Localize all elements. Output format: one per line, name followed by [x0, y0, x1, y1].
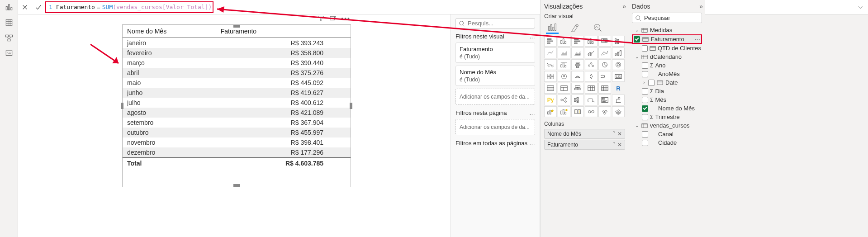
- cancel-formula-button[interactable]: [20, 2, 30, 12]
- resize-handle-left[interactable]: [121, 103, 123, 109]
- remove-field-icon[interactable]: ✕: [617, 131, 622, 137]
- field-well-faturamento[interactable]: Faturamento ˅✕: [544, 140, 625, 150]
- viz-type-20[interactable]: [571, 71, 584, 82]
- filter-card-faturamento[interactable]: Faturamento é (Tudo): [455, 43, 535, 63]
- field-dia[interactable]: ΣDia: [632, 87, 702, 95]
- checkbox[interactable]: [642, 140, 648, 146]
- more-options-icon[interactable]: •••: [341, 15, 351, 24]
- viz-type-17[interactable]: [612, 59, 625, 70]
- formula-expand-button[interactable]: [855, 2, 865, 12]
- viz-type-5[interactable]: [612, 36, 625, 47]
- checkbox[interactable]: [642, 45, 648, 52]
- viz-type-31[interactable]: [558, 95, 570, 105]
- viz-type-14[interactable]: [571, 59, 584, 70]
- viz-type-3[interactable]: [585, 36, 598, 47]
- checkbox[interactable]: [642, 97, 648, 103]
- viz-type-29[interactable]: R: [612, 83, 625, 94]
- field-trimestre[interactable]: ΣTrimestre: [632, 113, 702, 121]
- resize-handle-bottom[interactable]: [233, 184, 240, 187]
- format-visual-tab[interactable]: [569, 21, 581, 34]
- viz-type-26[interactable]: [571, 83, 584, 94]
- checkbox[interactable]: [642, 62, 648, 69]
- checkbox-checked[interactable]: [642, 105, 648, 112]
- viz-type-36[interactable]: [544, 106, 557, 117]
- field-qtd-clientes[interactable]: QTD de Clientes: [632, 44, 702, 52]
- more-icon[interactable]: …: [529, 140, 535, 147]
- viz-type-18[interactable]: [544, 71, 557, 82]
- field-anomes[interactable]: AnoMês: [632, 70, 702, 78]
- filter-icon[interactable]: [318, 15, 325, 24]
- table-dcalendario[interactable]: ⌄dCalendario: [632, 52, 702, 61]
- viz-type-30[interactable]: Py: [544, 95, 557, 105]
- viz-type-7[interactable]: [558, 47, 570, 58]
- chevron-down-icon[interactable]: ˅: [613, 142, 616, 148]
- model-view-icon[interactable]: [5, 33, 14, 43]
- filters-search[interactable]: Pesquis...: [455, 18, 535, 28]
- viz-type-21[interactable]: [585, 71, 598, 82]
- viz-type-10[interactable]: [598, 47, 611, 58]
- focus-mode-icon[interactable]: [329, 15, 337, 24]
- viz-type-15[interactable]: [585, 59, 598, 70]
- viz-type-6[interactable]: [544, 47, 557, 58]
- viz-type-2[interactable]: [571, 36, 584, 47]
- viz-type-33[interactable]: [585, 95, 598, 105]
- viz-type-41[interactable]: [612, 106, 625, 117]
- filter-card-mes[interactable]: Nome do Mês é (Tudo): [455, 66, 535, 86]
- expand-icon[interactable]: »: [622, 3, 625, 10]
- dax-view-icon[interactable]: DAX: [5, 49, 14, 58]
- more-icon[interactable]: …: [529, 33, 535, 40]
- viz-type-37[interactable]: [558, 106, 570, 117]
- viz-type-16[interactable]: [598, 59, 611, 70]
- checkbox-checked[interactable]: [634, 36, 640, 43]
- viz-type-0[interactable]: [544, 36, 557, 47]
- checkbox[interactable]: [642, 71, 648, 77]
- field-nome-mes[interactable]: Nome do Mês: [632, 104, 702, 113]
- commit-formula-button[interactable]: [33, 2, 43, 12]
- viz-type-1[interactable]: [558, 36, 570, 47]
- viz-type-8[interactable]: [571, 47, 584, 58]
- data-search[interactable]: Pesquisar: [632, 13, 702, 23]
- viz-type-25[interactable]: [558, 83, 570, 94]
- filter-dropzone-page[interactable]: Adicionar os campos de da...: [455, 119, 535, 135]
- viz-type-34[interactable]: [598, 95, 611, 105]
- viz-type-40[interactable]: [598, 106, 611, 117]
- table-visual[interactable]: ••• Nome do Mês Faturamento janeiroR$ 39…: [122, 24, 351, 187]
- more-icon[interactable]: ⋯: [694, 36, 700, 43]
- viz-type-19[interactable]: [558, 71, 570, 82]
- remove-field-icon[interactable]: ✕: [617, 142, 622, 148]
- resize-handle-right[interactable]: [350, 103, 352, 109]
- checkbox[interactable]: [642, 131, 648, 137]
- field-ano[interactable]: ΣAno: [632, 61, 702, 70]
- viz-type-39[interactable]: [585, 106, 598, 117]
- viz-type-12[interactable]: [544, 59, 557, 70]
- report-view-icon[interactable]: [5, 3, 14, 12]
- checkbox[interactable]: [648, 80, 655, 86]
- viz-type-27[interactable]: [585, 83, 598, 94]
- chevron-down-icon[interactable]: ˅: [613, 131, 616, 137]
- viz-type-13[interactable]: [558, 59, 570, 70]
- viz-type-38[interactable]: [571, 106, 584, 117]
- resize-handle-top[interactable]: [233, 25, 240, 28]
- viz-type-32[interactable]: [571, 95, 584, 105]
- field-date[interactable]: ›Date: [632, 78, 702, 87]
- field-cidade[interactable]: Cidade: [632, 138, 702, 147]
- field-well-nome-mes[interactable]: Nome do Mês ˅✕: [544, 129, 625, 139]
- viz-type-11[interactable]: [612, 47, 625, 58]
- expand-icon[interactable]: »: [699, 3, 702, 10]
- checkbox[interactable]: [642, 88, 648, 95]
- viz-type-22[interactable]: [598, 71, 611, 82]
- viz-type-4[interactable]: [598, 36, 611, 47]
- report-canvas[interactable]: ••• Nome do Mês Faturamento janeiroR$ 39…: [18, 14, 451, 237]
- more-icon[interactable]: …: [529, 109, 535, 116]
- field-mes[interactable]: ΣMês: [632, 95, 702, 104]
- viz-type-23[interactable]: 123: [612, 71, 625, 82]
- field-faturamento[interactable]: Faturamento⋯: [632, 34, 702, 44]
- table-medidas[interactable]: ⌄Medidas: [632, 26, 702, 34]
- formula-input[interactable]: 1 Faturamento = SUM ( vendas_cursos[Valo…: [45, 1, 213, 13]
- checkbox[interactable]: [642, 114, 648, 120]
- analytics-tab[interactable]: [591, 21, 604, 34]
- viz-type-9[interactable]: [585, 47, 598, 58]
- viz-type-35[interactable]: [612, 95, 625, 105]
- build-visual-tab[interactable]: [546, 21, 559, 34]
- data-view-icon[interactable]: [5, 18, 14, 27]
